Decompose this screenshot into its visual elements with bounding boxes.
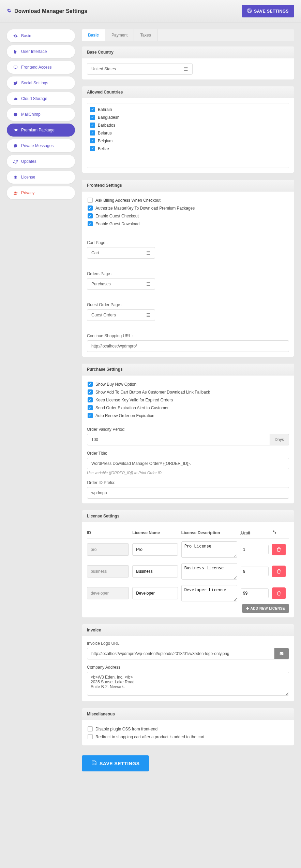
checkbox[interactable]: ✓ — [88, 213, 93, 218]
add-new-license-button[interactable]: ✚ ADD NEW LICENSE — [242, 604, 289, 613]
upload-image-button[interactable] — [274, 648, 289, 659]
sidebar-item-social-settings[interactable]: Social Settings — [7, 76, 75, 89]
checkbox[interactable]: ✓ — [88, 382, 93, 387]
license-desc-textarea[interactable]: Pro License — [181, 541, 237, 558]
delete-license-button[interactable] — [272, 544, 286, 555]
menu-icon: ☰ — [184, 66, 188, 72]
checkbox[interactable]: ✓ — [90, 138, 95, 143]
sidebar-item-cloud-storage[interactable]: Cloud Storage — [7, 92, 75, 105]
guest-order-page-select[interactable]: Guest Orders ☰ — [87, 309, 155, 321]
checkbox[interactable]: ✓ — [88, 397, 93, 402]
mailchimp-icon — [13, 112, 18, 117]
checkbox[interactable]: ✓ — [90, 123, 95, 128]
sidebar-item-updates[interactable]: Updates — [7, 155, 75, 168]
checkbox[interactable]: ✓ — [90, 115, 95, 120]
license-name-input[interactable] — [132, 587, 178, 599]
delete-license-button[interactable] — [272, 566, 286, 577]
delete-license-button[interactable] — [272, 587, 286, 599]
checkbox-row: ✓Belarus — [89, 129, 287, 137]
plus-icon: ✚ — [246, 607, 249, 610]
checkbox-label: Enable Guest Checkout — [95, 214, 139, 218]
sidebar-item-license[interactable]: License — [7, 171, 75, 184]
checkbox[interactable]: ✓ — [90, 107, 95, 112]
sidebar-item-user-interface[interactable]: User Interface — [7, 45, 75, 58]
header-title-group: Download Manager Settings — [7, 8, 87, 14]
sidebar-item-mailchimp[interactable]: MailChimp — [7, 108, 75, 121]
checkbox[interactable]: ✓ — [88, 413, 93, 418]
license-id-input[interactable] — [87, 543, 129, 556]
license-limit-input[interactable] — [241, 567, 269, 576]
checkbox[interactable]: ✓ — [88, 405, 93, 410]
order-prefix-input[interactable] — [87, 487, 289, 499]
sidebar-item-label: User Interface — [21, 49, 47, 54]
panel-title: Allowed Countries — [82, 86, 294, 98]
panel-title: Invoice — [82, 624, 294, 636]
license-desc-textarea[interactable]: Business License — [181, 563, 237, 580]
cart-page-select[interactable]: Cart ☰ — [87, 247, 155, 259]
continue-shopping-input[interactable] — [87, 340, 289, 352]
svg-point-13 — [275, 532, 276, 534]
panel-license-settings: License Settings ID License Name License… — [82, 510, 294, 618]
save-settings-top-button[interactable]: SAVE SETTINGS — [242, 5, 294, 17]
continue-shopping-label: Continue Shopping URL : — [87, 333, 289, 338]
trash-icon — [276, 547, 281, 552]
panel-frontend-settings: Frontend Settings Ask Billing Address Wh… — [82, 179, 294, 357]
order-title-input[interactable] — [87, 458, 289, 469]
menu-icon: ☰ — [146, 250, 151, 256]
checkbox-row: ✓Show Buy Now Option — [87, 380, 289, 388]
checkbox[interactable]: ✓ — [90, 146, 95, 151]
license-limit-input[interactable] — [241, 545, 269, 554]
orders-page-select[interactable]: Purchases ☰ — [87, 278, 155, 290]
orders-page-label: Orders Page : — [87, 271, 289, 276]
checkbox[interactable]: ✓ — [88, 205, 93, 211]
settings-tabs: BasicPaymentTaxes — [82, 29, 294, 41]
save-settings-bottom-button[interactable]: SAVE SETTINGS — [82, 755, 149, 771]
license-name-input[interactable] — [132, 543, 178, 556]
save-label: SAVE SETTINGS — [100, 761, 139, 766]
tab-taxes[interactable]: Taxes — [134, 29, 157, 41]
sidebar-item-basic[interactable]: Basic — [7, 29, 75, 42]
license-name-input[interactable] — [132, 565, 178, 578]
col-name: License Name — [132, 530, 178, 535]
sidebar-item-privacy[interactable]: Privacy — [7, 186, 75, 199]
tab-basic[interactable]: Basic — [82, 29, 105, 41]
sidebar-item-premium-package[interactable]: Premium Package — [7, 124, 75, 137]
image-icon — [279, 651, 284, 656]
panel-title: Miscellaneous — [82, 708, 294, 720]
panel-base-country: Base Country United States ☰ — [82, 46, 294, 80]
company-address-textarea[interactable] — [87, 672, 289, 696]
swatch-icon — [13, 49, 18, 54]
checkbox-row: ✓Enable Guest Download — [87, 220, 289, 228]
trash-icon — [276, 569, 281, 574]
base-country-select[interactable]: United States ☰ — [87, 63, 193, 75]
checkbox[interactable] — [88, 198, 93, 203]
tab-payment[interactable]: Payment — [105, 29, 134, 41]
checkbox-row: ✓Keep License Key Valid for Expired Orde… — [87, 396, 289, 404]
checkbox[interactable]: ✓ — [88, 389, 93, 395]
save-label: SAVE SETTINGS — [254, 9, 289, 14]
invoice-logo-input[interactable] — [87, 648, 274, 659]
license-desc-textarea[interactable]: Developer License — [181, 585, 237, 601]
panel-title: Purchase Settings — [82, 364, 294, 375]
panel-invoice: Invoice Invoice Logo URL Company Address — [82, 624, 294, 702]
checkbox[interactable]: ✓ — [88, 221, 93, 226]
twitter-icon — [13, 81, 18, 85]
checkbox[interactable] — [88, 734, 93, 739]
sync-icon — [13, 159, 18, 164]
col-actions — [272, 530, 289, 536]
order-title-help: Use variable {{ORDER_ID}} to Print Order… — [87, 471, 289, 475]
sidebar-item-frontend-access[interactable]: Frontend Access — [7, 61, 75, 74]
checkbox[interactable]: ✓ — [90, 130, 95, 136]
panel-purchase-settings: Purchase Settings ✓Show Buy Now Option✓S… — [82, 363, 294, 504]
footer-save-area: SAVE SETTINGS — [82, 752, 294, 782]
checkbox[interactable] — [88, 726, 93, 731]
select-value: Guest Orders — [91, 313, 116, 317]
license-id-input[interactable] — [87, 587, 129, 599]
license-limit-input[interactable] — [241, 588, 269, 598]
country-list[interactable]: ✓Bahrain✓Bangladesh✓Barbados✓Belarus✓Bel… — [87, 103, 289, 168]
sidebar-item-private-messages[interactable]: Private Messages — [7, 139, 75, 152]
order-validity-input[interactable] — [87, 434, 270, 445]
license-id-input[interactable] — [87, 565, 129, 578]
checkbox-row: ✓Show Add To Cart Button As Customer Dow… — [87, 388, 289, 396]
col-limit: Limit — [241, 530, 269, 535]
